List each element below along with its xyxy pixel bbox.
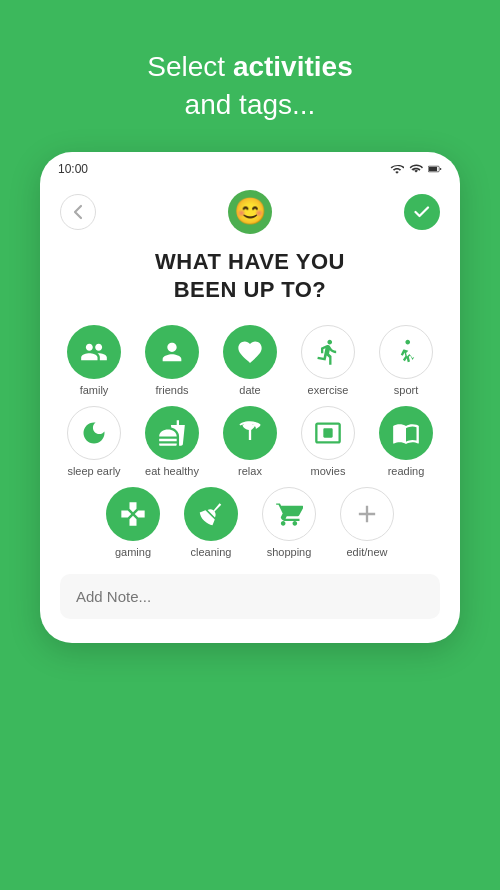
shopping-icon xyxy=(275,500,303,528)
checkmark-icon xyxy=(414,206,430,218)
movies-icon xyxy=(314,419,342,447)
sleep-icon xyxy=(80,419,108,447)
activity-item-shopping[interactable]: shopping xyxy=(256,487,322,558)
status-bar: 10:00 xyxy=(40,152,460,180)
activity-item-gaming[interactable]: gaming xyxy=(100,487,166,558)
activity-label-eat-healthy: eat healthy xyxy=(145,465,199,477)
exercise-icon xyxy=(314,338,342,366)
activity-circle-friends xyxy=(145,325,199,379)
activities-grid: family friends date xyxy=(60,325,440,558)
mood-emoji: 😊 xyxy=(228,190,272,234)
activity-circle-reading xyxy=(379,406,433,460)
activity-circle-movies xyxy=(301,406,355,460)
activity-label-shopping: shopping xyxy=(267,546,312,558)
activity-label-gaming: gaming xyxy=(115,546,151,558)
activity-label-exercise: exercise xyxy=(308,384,349,396)
activity-label-movies: movies xyxy=(311,465,346,477)
activity-item-exercise[interactable]: exercise xyxy=(295,325,361,396)
activity-item-date[interactable]: date xyxy=(217,325,283,396)
activity-circle-edit-new xyxy=(340,487,394,541)
sport-icon xyxy=(392,338,420,366)
activity-label-reading: reading xyxy=(388,465,425,477)
date-icon xyxy=(236,338,264,366)
edit-new-icon xyxy=(353,500,381,528)
status-icons xyxy=(390,162,442,176)
friends-icon xyxy=(158,338,186,366)
activity-circle-family xyxy=(67,325,121,379)
activity-item-family[interactable]: family xyxy=(61,325,127,396)
activity-circle-exercise xyxy=(301,325,355,379)
activity-circle-cleaning xyxy=(184,487,238,541)
activity-circle-date xyxy=(223,325,277,379)
activity-circle-gaming xyxy=(106,487,160,541)
reading-icon xyxy=(392,419,420,447)
svg-rect-2 xyxy=(440,168,441,170)
signal-icon xyxy=(409,162,423,176)
svg-rect-1 xyxy=(429,166,437,170)
activity-row-1: family friends date xyxy=(60,325,440,396)
activity-label-friends: friends xyxy=(155,384,188,396)
activity-label-relax: relax xyxy=(238,465,262,477)
activity-label-edit-new: edit/new xyxy=(347,546,388,558)
activity-item-sport[interactable]: sport xyxy=(373,325,439,396)
activity-label-family: family xyxy=(80,384,109,396)
phone-frame: 10:00 😊 xyxy=(40,152,460,643)
confirm-button[interactable] xyxy=(404,194,440,230)
activity-item-friends[interactable]: friends xyxy=(139,325,205,396)
activity-label-sport: sport xyxy=(394,384,418,396)
question-title: WHAT HAVE YOUBEEN UP TO? xyxy=(155,248,345,305)
battery-icon xyxy=(428,162,442,176)
gaming-icon xyxy=(119,500,147,528)
activity-label-date: date xyxy=(239,384,260,396)
activity-circle-relax xyxy=(223,406,277,460)
status-time: 10:00 xyxy=(58,162,88,176)
activity-item-movies[interactable]: movies xyxy=(295,406,361,477)
activity-item-eat-healthy[interactable]: eat healthy xyxy=(139,406,205,477)
activity-item-sleep-early[interactable]: sleep early xyxy=(61,406,127,477)
phone-content: 😊 WHAT HAVE YOUBEEN UP TO? family xyxy=(40,180,460,643)
activity-row-3: gaming cleaning shopping xyxy=(60,487,440,558)
activity-item-edit-new[interactable]: edit/new xyxy=(334,487,400,558)
note-input[interactable] xyxy=(60,574,440,619)
eat-healthy-icon xyxy=(158,419,186,447)
activity-item-cleaning[interactable]: cleaning xyxy=(178,487,244,558)
relax-icon xyxy=(236,419,264,447)
header-title: Select activitiesand tags... xyxy=(147,48,352,124)
back-chevron-icon xyxy=(73,204,83,220)
activity-item-relax[interactable]: relax xyxy=(217,406,283,477)
header-section: Select activitiesand tags... xyxy=(147,0,352,152)
activity-label-cleaning: cleaning xyxy=(191,546,232,558)
activity-circle-eat-healthy xyxy=(145,406,199,460)
family-icon xyxy=(80,338,108,366)
top-navigation-bar: 😊 xyxy=(60,190,440,234)
wifi-icon xyxy=(390,162,404,176)
activity-circle-shopping xyxy=(262,487,316,541)
activity-row-2: sleep early eat healthy relax xyxy=(60,406,440,477)
activity-label-sleep: sleep early xyxy=(67,465,120,477)
activity-item-reading[interactable]: reading xyxy=(373,406,439,477)
activity-circle-sleep xyxy=(67,406,121,460)
activity-circle-sport xyxy=(379,325,433,379)
cleaning-icon xyxy=(197,500,225,528)
back-button[interactable] xyxy=(60,194,96,230)
